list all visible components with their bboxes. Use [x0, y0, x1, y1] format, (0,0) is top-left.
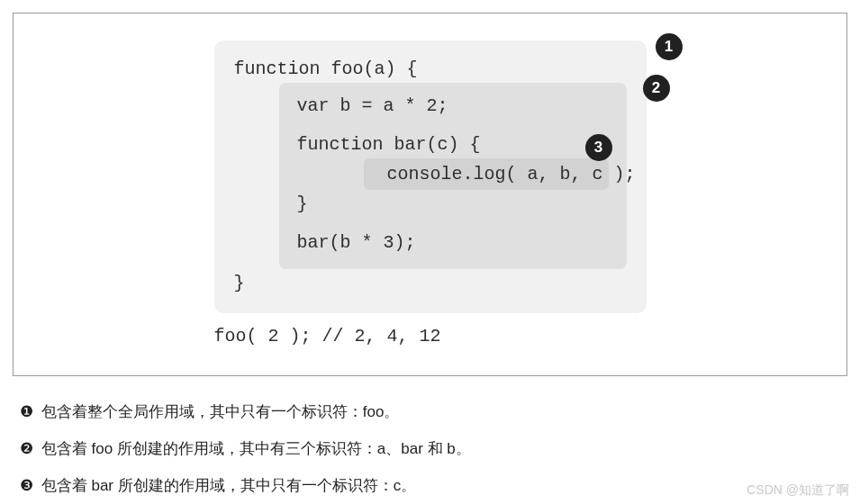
explanation-1: ❶ 包含着整个全局作用域，其中只有一个标识符：foo。: [20, 401, 860, 422]
explanation-2: ❷ 包含着 foo 所创建的作用域，其中有三个标识符：a、bar 和 b。: [20, 438, 860, 459]
bubble-2: 2: [643, 75, 670, 102]
marker-1: ❶: [20, 403, 33, 420]
bubble-3: 3: [585, 134, 612, 161]
marker-2: ❷: [20, 440, 33, 457]
explanation-3: ❸ 包含着 bar 所创建的作用域，其中只有一个标识符：c。: [20, 475, 860, 496]
scope-2-foo: var b = a * 2; function bar(c) { console…: [279, 83, 627, 269]
scope-diagram: function foo(a) { var b = a * 2; functio…: [214, 40, 647, 350]
scope-3-bar: console.log( a, b, c );: [364, 158, 609, 190]
blank-line: [297, 120, 609, 130]
code-line-8: foo( 2 ); // 2, 4, 12: [214, 322, 647, 350]
code-line-5: }: [297, 190, 609, 218]
explanation-3-text: 包含着 bar 所创建的作用域，其中只有一个标识符：c。: [41, 477, 417, 494]
diagram-frame: function foo(a) { var b = a * 2; functio…: [13, 13, 847, 376]
marker-3: ❸: [20, 477, 33, 494]
explanation-list: ❶ 包含着整个全局作用域，其中只有一个标识符：foo。 ❷ 包含着 foo 所创…: [20, 401, 860, 496]
explanation-1-text: 包含着整个全局作用域，其中只有一个标识符：foo。: [41, 403, 400, 420]
scope-1-global: function foo(a) { var b = a * 2; functio…: [214, 40, 647, 313]
code-line-4: console.log( a, b, c );: [387, 160, 600, 188]
code-line-1: function foo(a) {: [234, 55, 627, 83]
code-line-3: function bar(c) {: [297, 130, 609, 158]
bubble-1: 1: [656, 33, 683, 60]
blank-line: [297, 218, 609, 229]
explanation-2-text: 包含着 foo 所创建的作用域，其中有三个标识符：a、bar 和 b。: [41, 440, 471, 457]
code-line-7: }: [234, 269, 627, 297]
watermark: CSDN @知道了啊: [747, 482, 849, 499]
code-line-2: var b = a * 2;: [297, 92, 609, 120]
code-line-6: bar(b * 3);: [297, 229, 609, 256]
